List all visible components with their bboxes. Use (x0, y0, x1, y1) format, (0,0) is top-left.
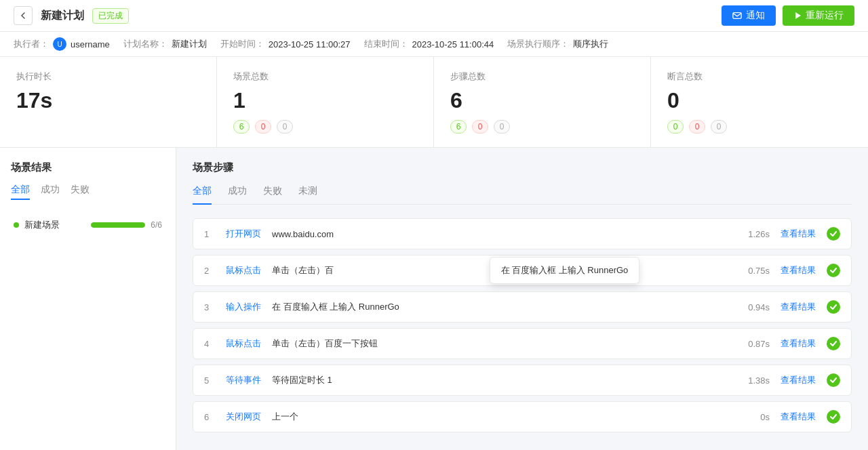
table-row: 5 等待事件 等待固定时长 1 1.38s 查看结果 (193, 365, 852, 396)
scene-progress-bar-wrap (91, 222, 145, 228)
sidebar-title: 场景结果 (11, 161, 165, 174)
rerun-button[interactable]: 重新运行 (783, 5, 854, 26)
scene-count: 6/6 (151, 220, 162, 230)
table-row: 2 鼠标点击 单击（左击）百 0.75s 查看结果 在 百度输入框 上输入 Ru… (193, 255, 852, 286)
step-list: 1 打开网页 www.baidu.com 1.26s 查看结果 2 鼠标点击 单… (193, 218, 852, 432)
chip-assert-success: 0 (667, 120, 684, 134)
table-row: 6 关闭网页 上一个 0s 查看结果 (193, 401, 852, 432)
executor-info: 执行者： U username (14, 37, 110, 51)
chip-scenes-skip: 0 (277, 120, 293, 134)
header-actions: 通知 重新运行 (722, 5, 854, 26)
stat-duration: 执行时长 17s (0, 57, 217, 147)
chip-scenes-fail: 0 (255, 120, 271, 134)
content-title: 场景步骤 (193, 161, 852, 174)
content-tab-fail[interactable]: 失败 (263, 185, 282, 204)
step-success-icon (827, 337, 840, 350)
view-result-link[interactable]: 查看结果 (781, 338, 816, 350)
page-title: 新建计划 (41, 9, 84, 23)
subheader: 执行者： U username 计划名称： 新建计划 开始时间： 2023-10… (0, 32, 868, 57)
chip-assert-fail: 0 (689, 120, 705, 134)
step-success-icon (827, 264, 840, 277)
stat-scenes: 场景总数 1 6 0 0 (217, 57, 434, 147)
header: 新建计划 已完成 通知 重新运行 (0, 0, 868, 32)
chip-scenes-success: 6 (233, 120, 250, 134)
view-result-link[interactable]: 查看结果 (781, 301, 816, 313)
table-row: 1 打开网页 www.baidu.com 1.26s 查看结果 (193, 218, 852, 249)
sidebar: 场景结果 全部 成功 失败 新建场景 6/6 (0, 148, 176, 450)
sidebar-tab-success[interactable]: 成功 (41, 184, 60, 200)
step-success-icon (827, 300, 840, 314)
svg-rect-0 (733, 13, 741, 19)
end-time-info: 结束时间： 2023-10-25 11:00:44 (364, 38, 494, 50)
chip-assert-skip: 0 (711, 120, 727, 134)
notify-button[interactable]: 通知 (722, 5, 776, 26)
chip-steps-fail: 0 (472, 120, 488, 134)
scene-item: 新建场景 6/6 (11, 213, 165, 237)
table-row: 3 输入操作 在 百度输入框 上输入 RunnerGo 0.94s 查看结果 (193, 291, 852, 323)
svg-marker-1 (795, 12, 801, 19)
main-content: 场景结果 全部 成功 失败 新建场景 6/6 场景步骤 全部 成功 失败 未测 … (0, 148, 868, 450)
play-icon (793, 12, 802, 20)
sidebar-tabs: 全部 成功 失败 (11, 184, 165, 200)
back-button[interactable] (14, 6, 33, 25)
chip-steps-success: 6 (450, 120, 467, 134)
content-area: 场景步骤 全部 成功 失败 未测 1 打开网页 www.baidu.com 1.… (176, 148, 868, 450)
chip-steps-skip: 0 (494, 120, 510, 134)
avatar: U (53, 37, 66, 51)
table-row: 4 鼠标点击 单击（左击）百度一下按钮 0.87s 查看结果 (193, 328, 852, 359)
content-tab-untested[interactable]: 未测 (298, 185, 317, 204)
status-badge: 已完成 (92, 8, 129, 24)
stat-assertions: 断言总数 0 0 0 0 (651, 57, 868, 147)
sidebar-tab-all[interactable]: 全部 (11, 184, 30, 200)
scene-status-dot (14, 222, 19, 228)
plan-name-info: 计划名称： 新建计划 (123, 38, 207, 50)
view-result-link[interactable]: 查看结果 (781, 264, 816, 277)
view-result-link[interactable]: 查看结果 (781, 374, 816, 386)
content-tabs: 全部 成功 失败 未测 (193, 185, 852, 205)
tooltip-popup: 在 百度输入框 上输入 RunnerGo (490, 257, 640, 284)
scene-name: 新建场景 (24, 219, 85, 231)
stat-steps: 步骤总数 6 6 0 0 (434, 57, 651, 147)
content-tab-all[interactable]: 全部 (193, 185, 212, 204)
step-success-icon (827, 373, 840, 387)
stats-row: 执行时长 17s 场景总数 1 6 0 0 步骤总数 6 6 0 0 断言总数 … (0, 57, 868, 148)
step-success-icon (827, 227, 840, 241)
scene-progress-bar (91, 222, 145, 228)
sidebar-tab-fail[interactable]: 失败 (71, 184, 90, 200)
mail-icon (732, 11, 742, 20)
view-result-link[interactable]: 查看结果 (781, 411, 816, 423)
content-tab-success[interactable]: 成功 (228, 185, 247, 204)
start-time-info: 开始时间： 2023-10-25 11:00:27 (220, 38, 351, 50)
order-info: 场景执行顺序： 顺序执行 (507, 38, 608, 50)
view-result-link[interactable]: 查看结果 (781, 228, 816, 240)
step-success-icon (827, 410, 840, 424)
